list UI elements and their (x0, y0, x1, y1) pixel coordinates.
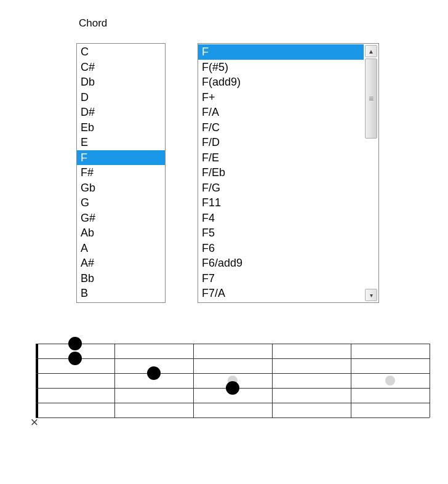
nut (36, 344, 38, 417)
list-item[interactable]: Bb (77, 271, 165, 286)
list-item[interactable]: Eb (77, 120, 165, 135)
list-item[interactable]: G# (77, 211, 165, 226)
finger-dot (226, 381, 239, 395)
list-item[interactable]: C (77, 44, 165, 60)
list-item[interactable]: E (77, 135, 165, 150)
list-item[interactable]: F11 (198, 195, 364, 211)
string-line (36, 403, 430, 403)
finger-dot (68, 352, 82, 365)
list-item[interactable]: G (77, 195, 165, 211)
chord-variation-listbox[interactable]: FF(#5)F(add9)F+F/AF/CF/DF/EF/EbF/GF11F4F… (198, 43, 379, 303)
list-item[interactable]: C# (77, 60, 165, 75)
inlay-marker (385, 376, 395, 385)
chord-variation-list-content: FF(#5)F(add9)F+F/AF/CF/DF/EF/EbF/GF11F4F… (198, 44, 378, 302)
list-item[interactable]: F(#5) (198, 60, 364, 75)
list-item[interactable]: F6 (198, 241, 364, 256)
scrollbar[interactable]: ▲ ▾ (365, 45, 377, 301)
scrollbar-track[interactable] (365, 58, 377, 288)
list-item[interactable]: F(add9) (198, 75, 364, 90)
list-item[interactable]: F/E (198, 150, 364, 166)
list-item[interactable]: A (77, 241, 165, 256)
string-line (36, 417, 430, 418)
root-note-listbox[interactable]: CC#DbDD#EbEFF#GbGG#AbAA#BbB (76, 43, 166, 303)
list-item[interactable]: F6/add9 (198, 256, 364, 271)
list-item[interactable]: F4 (198, 211, 364, 226)
fret-line (114, 344, 115, 417)
list-item[interactable]: F/A (198, 105, 364, 120)
scroll-down-button[interactable]: ▾ (365, 289, 377, 301)
list-item[interactable]: F+ (198, 90, 364, 105)
scrollbar-thumb[interactable] (365, 58, 377, 139)
list-item[interactable]: D (77, 90, 165, 105)
string-line (36, 358, 430, 359)
fretboard-diagram: × (36, 344, 430, 433)
string-line (36, 373, 430, 374)
list-item[interactable]: F/C (198, 120, 364, 135)
string-line (36, 344, 430, 344)
list-item[interactable]: Gb (77, 180, 165, 196)
finger-dot (68, 337, 82, 350)
list-item[interactable]: Db (77, 75, 165, 90)
list-item[interactable]: F7/A (198, 286, 364, 301)
mute-icon: × (31, 414, 39, 430)
list-item[interactable]: F/G (198, 180, 364, 196)
list-item[interactable]: B (77, 286, 165, 301)
scroll-up-button[interactable]: ▲ (365, 45, 377, 57)
list-item[interactable]: F7 (198, 271, 364, 286)
fret-line (193, 344, 194, 417)
list-item[interactable]: D# (77, 105, 165, 120)
chord-label: Chord (79, 17, 107, 30)
list-item[interactable]: F (198, 44, 364, 60)
list-item[interactable]: F5 (198, 225, 364, 241)
root-note-list-content: CC#DbDD#EbEFF#GbGG#AbAA#BbB (77, 44, 165, 302)
list-item[interactable]: F (77, 150, 165, 166)
list-item[interactable]: F# (77, 165, 165, 180)
fret-line (351, 344, 351, 417)
fret-line (272, 344, 273, 417)
list-item[interactable]: F/D (198, 135, 364, 150)
list-item[interactable]: F/Eb (198, 165, 364, 180)
finger-dot (147, 366, 161, 380)
list-item[interactable]: Ab (77, 225, 165, 241)
list-item[interactable]: A# (77, 256, 165, 271)
fret-line (430, 344, 430, 417)
